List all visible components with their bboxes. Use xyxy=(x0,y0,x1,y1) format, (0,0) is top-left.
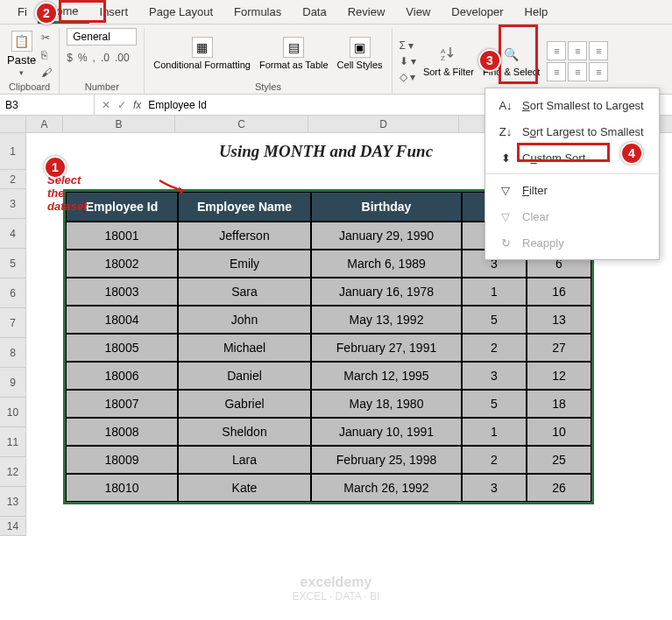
header-birthday[interactable]: Birthday xyxy=(311,192,462,222)
cell[interactable]: March 26, 1992 xyxy=(311,474,462,502)
col-header-B[interactable]: B xyxy=(63,116,175,132)
cell[interactable]: Michael xyxy=(178,334,311,362)
cell[interactable]: Kate xyxy=(178,474,311,502)
name-box[interactable]: B3 xyxy=(0,95,95,115)
align-bottom-left[interactable]: ≡ xyxy=(547,62,566,81)
copy-icon[interactable]: ⎘ xyxy=(41,49,52,61)
tab-data[interactable]: Data xyxy=(292,2,336,22)
row-header-11[interactable]: 11 xyxy=(0,427,26,457)
cell[interactable]: 18007 xyxy=(66,390,178,418)
comma-icon[interactable]: , xyxy=(93,52,95,64)
tab-help[interactable]: Help xyxy=(514,2,559,22)
cell[interactable]: 2 xyxy=(462,334,527,362)
fx-icon[interactable]: fx xyxy=(133,99,141,111)
header-employee-name[interactable]: Employee Name xyxy=(178,192,311,222)
tab-view[interactable]: View xyxy=(395,2,441,22)
percent-icon[interactable]: % xyxy=(78,52,88,64)
cell[interactable]: 12 xyxy=(527,362,591,390)
cell[interactable]: 18005 xyxy=(66,334,178,362)
select-all-corner[interactable] xyxy=(0,116,26,132)
cell[interactable]: 18006 xyxy=(66,362,178,390)
cell[interactable]: 18001 xyxy=(66,222,178,250)
cell[interactable]: Emily xyxy=(178,250,311,278)
enter-formula-icon[interactable]: ✓ xyxy=(117,99,126,111)
cell[interactable]: 1 xyxy=(462,278,527,306)
autosum-icon[interactable]: Σ ▾ xyxy=(400,39,416,52)
cell[interactable]: John xyxy=(178,306,311,334)
dropdown-sort-za[interactable]: Z↓ Sort Largest to Smallest xyxy=(485,118,659,144)
align-top-left[interactable]: ≡ xyxy=(547,41,566,60)
dropdown-sort-az[interactable]: A↓ Sort Smallest to Largest xyxy=(485,92,659,118)
cell[interactable]: February 27, 1991 xyxy=(311,334,462,362)
tab-review[interactable]: Review xyxy=(337,2,396,22)
tab-page-layout[interactable]: Page Layout xyxy=(138,2,223,22)
conditional-formatting-button[interactable]: ▦ Conditional Formatting xyxy=(152,37,252,71)
cell[interactable]: May 13, 1992 xyxy=(311,306,462,334)
row-header-4[interactable]: 4 xyxy=(0,219,26,249)
row-header-9[interactable]: 9 xyxy=(0,368,26,398)
cancel-formula-icon[interactable]: ✕ xyxy=(102,99,110,111)
cell[interactable]: May 18, 1980 xyxy=(311,390,462,418)
align-top-center[interactable]: ≡ xyxy=(568,41,587,60)
fill-icon[interactable]: ⬇ ▾ xyxy=(400,55,416,67)
cell[interactable]: 2 xyxy=(462,446,527,474)
cell[interactable]: 16 xyxy=(527,278,591,306)
row-header-5[interactable]: 5 xyxy=(0,249,26,278)
number-format-select[interactable]: General xyxy=(67,28,137,46)
cell[interactable]: 18002 xyxy=(66,250,178,278)
cell[interactable]: March 6, 1989 xyxy=(311,250,462,278)
row-header-2[interactable]: 2 xyxy=(0,170,26,189)
cell-styles-button[interactable]: ▣ Cell Styles xyxy=(336,37,385,71)
cell[interactable]: January 29, 1990 xyxy=(311,222,462,250)
cell[interactable]: 18004 xyxy=(66,306,178,334)
cell[interactable]: 5 xyxy=(462,390,527,418)
cell[interactable]: 3 xyxy=(462,362,527,390)
currency-icon[interactable]: $ xyxy=(67,52,73,64)
cell[interactable]: 18003 xyxy=(66,278,178,306)
row-header-6[interactable]: 6 xyxy=(0,278,26,308)
tab-formulas[interactable]: Formulas xyxy=(223,2,292,22)
row-header-8[interactable]: 8 xyxy=(0,338,26,368)
align-bottom-center[interactable]: ≡ xyxy=(568,62,587,81)
cell[interactable]: 10 xyxy=(527,418,591,446)
cell[interactable]: Daniel xyxy=(178,362,311,390)
cell[interactable]: Gabriel xyxy=(178,390,311,418)
col-header-C[interactable]: C xyxy=(175,116,308,132)
col-header-A[interactable]: A xyxy=(26,116,63,132)
row-header-12[interactable]: 12 xyxy=(0,457,26,487)
row-header-3[interactable]: 3 xyxy=(0,189,26,219)
row-header-14[interactable]: 14 xyxy=(0,517,26,536)
tab-developer[interactable]: Developer xyxy=(441,2,513,22)
cell[interactable]: 18 xyxy=(527,390,591,418)
decrease-decimal-icon[interactable]: .00 xyxy=(115,52,130,64)
cell[interactable]: Lara xyxy=(178,446,311,474)
cell[interactable]: 1 xyxy=(462,418,527,446)
row-header-7[interactable]: 7 xyxy=(0,308,26,338)
row-header-1[interactable]: 1 xyxy=(0,133,26,170)
sort-filter-button[interactable]: AZ Sort & Filter xyxy=(421,44,476,78)
cell[interactable]: 13 xyxy=(527,306,591,334)
tab-file[interactable]: Fi xyxy=(7,2,38,22)
dropdown-filter[interactable]: ▽ Filter xyxy=(485,177,659,203)
row-header-10[interactable]: 10 xyxy=(0,398,26,427)
cell[interactable]: 18010 xyxy=(66,474,178,502)
paste-button[interactable]: 📋 Paste ▾ xyxy=(7,31,36,77)
format-painter-icon[interactable]: 🖌 xyxy=(41,67,52,79)
align-bottom-right[interactable]: ≡ xyxy=(589,62,608,81)
row-header-13[interactable]: 13 xyxy=(0,487,26,517)
cell[interactable]: 25 xyxy=(527,446,591,474)
format-as-table-button[interactable]: ▤ Format as Table xyxy=(258,37,330,71)
cell[interactable]: 18009 xyxy=(66,446,178,474)
tab-insert[interactable]: Insert xyxy=(89,2,139,22)
align-top-right[interactable]: ≡ xyxy=(589,41,608,60)
cell[interactable]: January 16, 1978 xyxy=(311,278,462,306)
formula-input[interactable]: Employee Id xyxy=(148,99,207,111)
cell[interactable]: 18008 xyxy=(66,418,178,446)
cell[interactable]: March 12, 1995 xyxy=(311,362,462,390)
cell[interactable]: 27 xyxy=(527,334,591,362)
cell[interactable]: 3 xyxy=(462,474,527,502)
cell[interactable]: Sara xyxy=(178,278,311,306)
cell[interactable]: 5 xyxy=(462,306,527,334)
cell[interactable]: Jefferson xyxy=(178,222,311,250)
cell[interactable]: January 10, 1991 xyxy=(311,418,462,446)
